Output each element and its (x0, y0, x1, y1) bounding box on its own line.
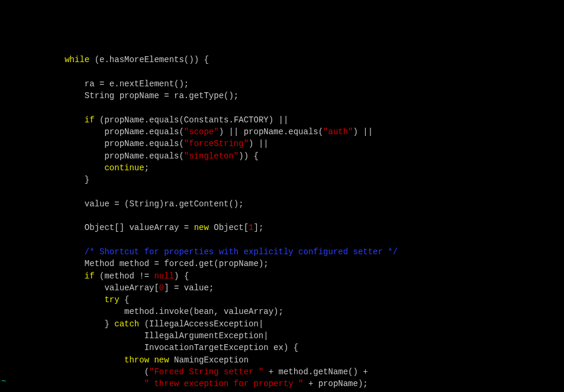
line: String propName = ra.getType(); (0, 91, 239, 101)
line: propName.equals("scope") || propName.equ… (0, 127, 373, 137)
line: Method method = forced.get(propName); (0, 259, 269, 268)
string-literal: "Forced String setter " (149, 367, 263, 377)
string-literal: "forceString" (184, 139, 249, 148)
string-literal: "singleton" (184, 151, 239, 161)
line: ra = e.nextElement(); (0, 79, 189, 89)
keyword-null: null (154, 271, 174, 281)
number-literal: 1 (249, 223, 253, 232)
line: if (method != null) { (0, 271, 189, 281)
line: } (0, 175, 89, 184)
line: if (propName.equals(Constants.FACTORY) |… (0, 115, 288, 125)
string-literal: "auth" (323, 127, 353, 137)
keyword-if: if (85, 115, 95, 125)
keyword-new: new (194, 223, 209, 232)
line: while (e.hasMoreElements()) { (0, 55, 209, 64)
line: valueArray[0] = value; (0, 283, 214, 293)
line: try { (0, 295, 129, 304)
line: InvocationTargetException ex) { (0, 343, 298, 352)
keyword-if: if (85, 271, 95, 281)
keyword-continue: continue (104, 163, 144, 173)
line: continue; (0, 163, 149, 173)
line: propName.equals("forceString") || (0, 139, 269, 148)
keyword-throw: throw (124, 355, 149, 365)
keyword-catch: catch (114, 319, 139, 329)
line: throw new NamingException (0, 355, 249, 365)
code-block: while (e.hasMoreElements()) { ra = e.nex… (0, 48, 564, 392)
string-literal: "scope" (184, 127, 219, 137)
line: IllegalArgumentException| (0, 331, 269, 341)
line: /* Shortcut for properties with explicit… (0, 247, 398, 257)
line: ("Forced String setter " + method.getNam… (0, 367, 368, 377)
line: method.invoke(bean, valueArray); (0, 307, 283, 316)
number-literal: 0 (159, 283, 164, 293)
keyword-while: while (65, 55, 89, 64)
string-literal: " threw exception for property " (144, 379, 304, 388)
line: propName.equals("singleton")) { (0, 151, 259, 161)
comment: /* Shortcut for properties with explicit… (85, 247, 398, 257)
line: } catch (IllegalAccessException| (0, 319, 263, 329)
line: Object[] valueArray = new Object[1]; (0, 223, 263, 232)
terminal-cursor: ~ (1, 375, 6, 387)
keyword-new: new (154, 355, 169, 365)
keyword-try: try (104, 295, 119, 304)
line: value = (String)ra.getContent(); (0, 199, 244, 209)
line: " threw exception for property " + propN… (0, 379, 368, 388)
